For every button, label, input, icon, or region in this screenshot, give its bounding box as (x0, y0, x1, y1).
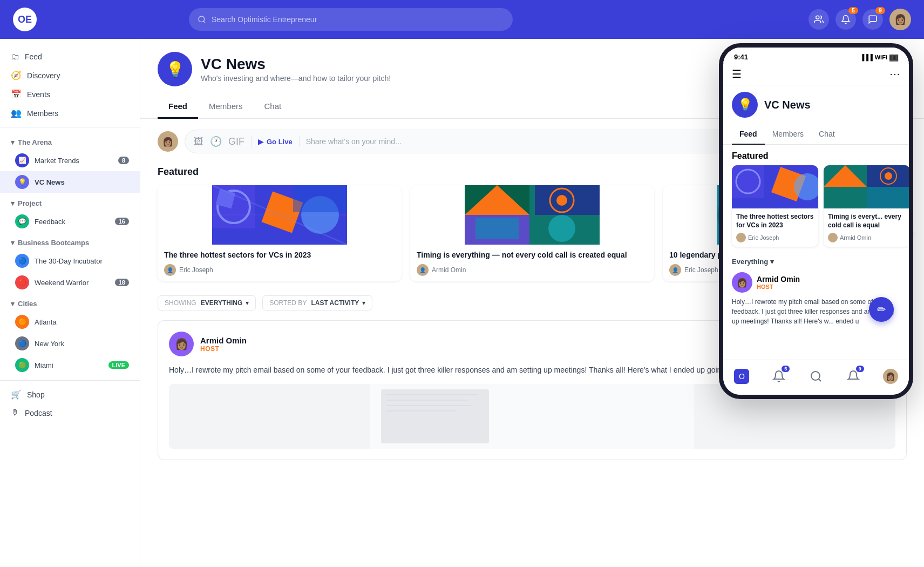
sidebar-item-vc-news[interactable]: 💡 VC News (0, 171, 140, 193)
sidebar-item-feed[interactable]: 🗂 Feed (0, 48, 140, 66)
warrior-avatar: 🔴 (15, 275, 29, 289)
search-input[interactable] (212, 15, 504, 24)
svg-point-53 (811, 372, 820, 380)
message-icon (868, 15, 878, 24)
app-logo[interactable]: OE (13, 8, 37, 31)
sidebar-item-events[interactable]: 📅 Events (0, 85, 140, 104)
nav-right-actions: 5 9 👩🏽 (808, 9, 911, 30)
market-trends-avatar: 📈 (15, 153, 29, 167)
mobile-tab-members[interactable]: Members (765, 124, 811, 145)
people-icon-btn[interactable] (808, 9, 829, 30)
card-author-2: 👤 Armid Omin (417, 264, 648, 276)
featured-card-2[interactable]: Timing is everything — not every cold ca… (410, 185, 654, 281)
group-name: VC News (201, 56, 391, 73)
search-icon (198, 15, 206, 24)
mobile-cards-row: The three hottest sectors for VCs in 202… (723, 165, 909, 253)
chevron-down-showing: ▾ (246, 299, 249, 307)
video-icon: ▶ (258, 138, 263, 146)
image-icon[interactable]: 🖼 (194, 136, 203, 147)
mobile-author-avatar-2 (828, 233, 838, 242)
mobile-activity-btn[interactable]: 5 (768, 366, 790, 387)
sorted-filter[interactable]: SORTED BY LAST ACTIVITY ▾ (262, 295, 372, 310)
go-live-button[interactable]: ▶ Go Live (258, 138, 293, 146)
mobile-card-img-1 (732, 165, 818, 208)
clock-icon[interactable]: 🕐 (210, 136, 222, 147)
discovery-icon: 🧭 (11, 70, 22, 80)
mobile-author-avatar-1 (736, 233, 746, 242)
sidebar-item-discovery[interactable]: 🧭 Discovery (0, 66, 140, 85)
notifications-btn[interactable]: 5 (835, 9, 856, 30)
chevron-down-mobile-filter: ▾ (770, 258, 774, 266)
mobile-status-bar: 9:41 ▐▐▐ WiFi ▓▓ (723, 48, 909, 63)
mobile-notifications-btn[interactable]: 9 (843, 366, 864, 387)
sidebar-item-incubator[interactable]: 🔵 The 30-Day Incubator (0, 250, 140, 272)
section-header-arena[interactable]: ▾ The Arena (0, 132, 140, 150)
sidebar-item-shop[interactable]: 🛒 Shop (0, 385, 140, 404)
feed-icon: 🗂 (11, 52, 19, 62)
section-header-project[interactable]: ▾ Project (0, 193, 140, 211)
tab-members[interactable]: Members (198, 95, 254, 119)
showing-filter[interactable]: SHOWING EVERYTHING ▾ (158, 295, 256, 310)
post-user-name: Armid Omin (200, 336, 247, 345)
mobile-profile-btn[interactable]: 👩🏽 (880, 366, 901, 387)
featured-card-1[interactable]: The three hottest sectors for VCs in 202… (158, 185, 402, 281)
sidebar-item-members[interactable]: 👥 Members (0, 104, 140, 123)
mobile-tab-chat[interactable]: Chat (811, 124, 843, 145)
tab-chat[interactable]: Chat (254, 95, 293, 119)
sidebar-item-new-york[interactable]: 🔵 New York (0, 333, 140, 354)
mobile-activity-badge: 5 (782, 366, 790, 372)
section-header-cities[interactable]: ▾ Cities (0, 293, 140, 311)
svg-point-51 (885, 172, 892, 180)
sidebar-item-atlanta[interactable]: 🟠 Atlanta (0, 311, 140, 333)
sidebar-divider-1 (0, 127, 140, 127)
mobile-card-title-2: Timing is everyt... every cold call is e… (828, 213, 906, 230)
mobile-search-btn[interactable] (805, 366, 827, 387)
svg-point-1 (816, 16, 819, 19)
mobile-fab-button[interactable]: ✏ (869, 297, 894, 322)
messages-btn[interactable]: 9 (862, 9, 883, 30)
card-pattern-2 (410, 185, 654, 245)
sidebar-item-podcast[interactable]: 🎙 Podcast (0, 404, 140, 422)
tab-feed[interactable]: Feed (158, 95, 198, 119)
mobile-tab-feed[interactable]: Feed (732, 124, 765, 145)
members-icon: 👥 (11, 108, 22, 118)
sidebar-item-market-trends[interactable]: 📈 Market Trends 8 (0, 150, 140, 171)
mobile-nav-bar: ☰ ⋯ (723, 63, 909, 85)
mobile-filter-row: Everything ▾ (723, 253, 909, 268)
card-author-1: 👤 Eric Joseph (164, 264, 395, 276)
mobile-menu-icon[interactable]: ☰ (732, 68, 742, 80)
chevron-down-icon-cities: ▾ (11, 300, 15, 308)
author-avatar-2: 👤 (417, 264, 429, 276)
svg-point-18 (556, 195, 567, 206)
mobile-card-title-1: The three hottest sectors for VCs in 202… (736, 213, 814, 230)
mobile-card-2[interactable]: Timing is everyt... every cold call is e… (824, 165, 909, 247)
feedback-avatar: 💬 (15, 214, 29, 228)
sidebar-item-miami[interactable]: 🟢 Miami LIVE (0, 354, 140, 376)
sidebar-item-weekend-warrior[interactable]: 🔴 Weekend Warrior 18 (0, 272, 140, 293)
sidebar: 🗂 Feed 🧭 Discovery 📅 Events 👥 Members ▾ … (0, 39, 140, 567)
mobile-card-info-1: The three hottest sectors for VCs in 202… (732, 208, 818, 247)
author-avatar-1: 👤 (164, 264, 176, 276)
market-trends-badge: 8 (118, 157, 129, 164)
card-pattern-1 (158, 185, 402, 245)
mobile-bottom-nav: O 5 9 👩🏽 (723, 360, 909, 395)
mobile-home-btn[interactable]: O (731, 366, 752, 387)
section-header-bootcamps[interactable]: ▾ Business Bootcamps (0, 232, 140, 250)
mobile-pattern-2 (824, 165, 909, 208)
mobile-home-icon: O (734, 369, 749, 384)
bell-icon (841, 15, 851, 24)
mobile-more-icon[interactable]: ⋯ (889, 68, 900, 80)
mobile-featured-title: Featured (723, 145, 909, 165)
mobile-profile-avatar: 👩🏽 (883, 369, 898, 384)
events-icon: 📅 (11, 89, 22, 99)
search-bar[interactable] (189, 8, 513, 31)
mobile-filter-dropdown[interactable]: Everything ▾ (732, 258, 774, 266)
chevron-down-icon: ▾ (11, 138, 15, 146)
gif-icon[interactable]: GIF (228, 136, 244, 147)
post-user-avatar: 👩🏽 (169, 332, 194, 356)
mobile-card-1[interactable]: The three hottest sectors for VCs in 202… (732, 165, 818, 247)
card-title-1: The three hottest sectors for VCs in 202… (164, 250, 395, 260)
user-avatar[interactable]: 👩🏽 (889, 9, 911, 30)
card-info-1: The three hottest sectors for VCs in 202… (158, 245, 402, 281)
sidebar-item-feedback[interactable]: 💬 Feedback 16 (0, 211, 140, 232)
